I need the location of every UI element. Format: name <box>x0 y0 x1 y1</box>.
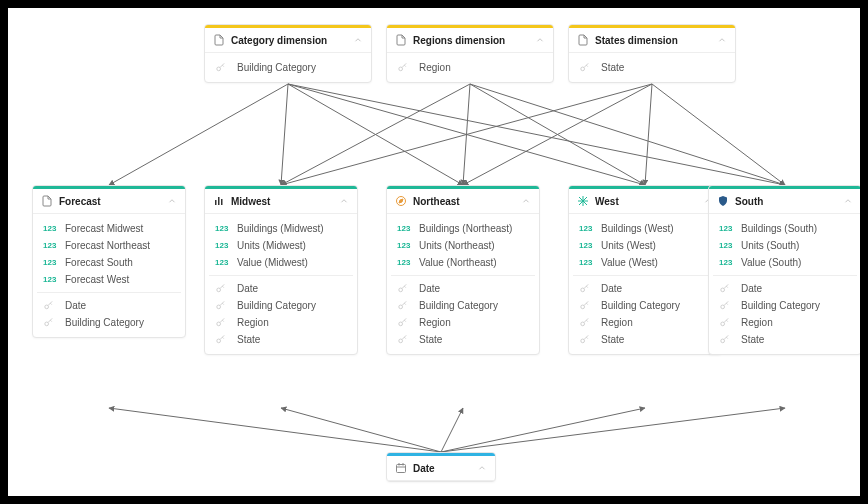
mid-1-field[interactable]: 123Buildings (Midwest) <box>209 220 353 237</box>
svg-point-42 <box>217 322 221 326</box>
mid-4-header[interactable]: South <box>709 189 861 214</box>
svg-line-10 <box>463 84 652 185</box>
svg-line-7 <box>470 84 645 185</box>
top-1-header[interactable]: Regions dimension <box>387 28 553 53</box>
mid-1-field[interactable]: 123Units (Midwest) <box>209 237 353 254</box>
mid-4-field[interactable]: Date <box>713 280 857 297</box>
mid-1-body: 123Buildings (Midwest)123Units (Midwest)… <box>205 214 357 354</box>
mid-2-field[interactable]: 123Units (Northeast) <box>391 237 535 254</box>
mid-2-field[interactable]: Building Category <box>391 297 535 314</box>
number-icon: 123 <box>43 241 59 250</box>
mid-0-field[interactable]: Date <box>37 297 181 314</box>
mid-2-header[interactable]: Northeast <box>387 189 539 214</box>
mid-3-field[interactable]: 123Buildings (West) <box>573 220 717 237</box>
top-2-field[interactable]: State <box>573 59 731 76</box>
mid-3-header[interactable]: West <box>569 189 721 214</box>
svg-point-18 <box>217 67 221 71</box>
mid-4-field[interactable]: State <box>713 331 857 348</box>
mid-4-field[interactable]: 123Value (South) <box>713 254 857 271</box>
mid-1-card[interactable]: Midwest123Buildings (Midwest)123Units (M… <box>204 185 358 355</box>
mid-3-field[interactable]: State <box>573 331 717 348</box>
top-0-card[interactable]: Category dimensionBuilding Category <box>204 24 372 83</box>
svg-point-24 <box>581 67 585 71</box>
svg-line-2 <box>288 84 463 185</box>
mid-1-field[interactable]: Building Category <box>209 297 353 314</box>
mid-3-field[interactable]: Date <box>573 280 717 297</box>
card-title: Category dimension <box>231 35 347 46</box>
top-0-body: Building Category <box>205 53 371 82</box>
mid-0-field[interactable]: 123Forecast Northeast <box>37 237 181 254</box>
bottom-header[interactable]: Date <box>387 456 495 481</box>
top-2-header[interactable]: States dimension <box>569 28 735 53</box>
key-icon <box>579 300 595 311</box>
mid-4-field[interactable]: 123Units (South) <box>713 237 857 254</box>
chevron-up-icon[interactable] <box>339 196 349 206</box>
mid-3-field[interactable]: 123Units (West) <box>573 237 717 254</box>
svg-point-53 <box>399 305 403 309</box>
mid-0-field[interactable]: 123Forecast West <box>37 271 181 288</box>
chevron-up-icon[interactable] <box>717 35 727 45</box>
mid-2-field[interactable]: Region <box>391 314 535 331</box>
chevron-up-icon[interactable] <box>521 196 531 206</box>
field-label: State <box>601 334 624 345</box>
top-1-card[interactable]: Regions dimensionRegion <box>386 24 554 83</box>
mid-1-field[interactable]: State <box>209 331 353 348</box>
field-label: Units (West) <box>601 240 656 251</box>
field-label: Value (Northeast) <box>419 257 497 268</box>
mid-2-field[interactable]: 123Buildings (Northeast) <box>391 220 535 237</box>
chevron-up-icon[interactable] <box>167 196 177 206</box>
top-0-header[interactable]: Category dimension <box>205 28 371 53</box>
svg-line-9 <box>281 84 652 185</box>
mid-0-header[interactable]: Forecast <box>33 189 185 214</box>
top-2-card[interactable]: States dimensionState <box>568 24 736 83</box>
mid-0-card[interactable]: Forecast123Forecast Midwest123Forecast N… <box>32 185 186 338</box>
mid-2-body: 123Buildings (Northeast)123Units (Northe… <box>387 214 539 354</box>
mid-1-field[interactable]: Date <box>209 280 353 297</box>
doc-icon <box>577 34 589 46</box>
mid-2-card[interactable]: Northeast123Buildings (Northeast)123Unit… <box>386 185 540 355</box>
mid-3-field[interactable]: 123Value (West) <box>573 254 717 271</box>
mid-1-field[interactable]: Region <box>209 314 353 331</box>
mid-4-field[interactable]: 123Buildings (South) <box>713 220 857 237</box>
field-label: Building Category <box>601 300 680 311</box>
mid-1-header[interactable]: Midwest <box>205 189 357 214</box>
mid-0-body: 123Forecast Midwest123Forecast Northeast… <box>33 214 185 337</box>
mid-4-field[interactable]: Building Category <box>713 297 857 314</box>
mid-4-card[interactable]: South123Buildings (South)123Units (South… <box>708 185 862 355</box>
doc-icon <box>395 34 407 46</box>
mid-0-field[interactable]: 123Forecast Midwest <box>37 220 181 237</box>
number-icon: 123 <box>719 224 735 233</box>
mid-0-field[interactable]: 123Forecast South <box>37 254 181 271</box>
svg-line-44 <box>222 320 223 321</box>
svg-point-56 <box>399 322 403 326</box>
chevron-up-icon[interactable] <box>477 463 487 473</box>
mid-3-field[interactable]: Building Category <box>573 297 717 314</box>
mid-3-field[interactable]: Region <box>573 314 717 331</box>
mid-1-field[interactable]: 123Value (Midwest) <box>209 254 353 271</box>
field-label: Buildings (West) <box>601 223 674 234</box>
svg-line-11 <box>645 84 652 185</box>
mid-2-field[interactable]: State <box>391 331 535 348</box>
mid-2-field[interactable]: 123Value (Northeast) <box>391 254 535 271</box>
chevron-up-icon[interactable] <box>843 196 853 206</box>
svg-point-69 <box>581 305 585 309</box>
svg-line-60 <box>402 335 406 339</box>
top-1-field[interactable]: Region <box>391 59 549 76</box>
mid-3-card[interactable]: West123Buildings (West)123Units (West)12… <box>568 185 722 355</box>
chevron-up-icon[interactable] <box>535 35 545 45</box>
top-0-field[interactable]: Building Category <box>209 59 367 76</box>
bottom-date-card[interactable]: Date <box>386 452 496 482</box>
field-label: Forecast Midwest <box>65 223 143 234</box>
mid-2-field[interactable]: Date <box>391 280 535 297</box>
svg-rect-34 <box>218 197 220 205</box>
key-icon <box>719 300 735 311</box>
svg-point-59 <box>399 339 403 343</box>
svg-point-81 <box>721 305 725 309</box>
mid-0-field[interactable]: Building Category <box>37 314 181 331</box>
svg-line-58 <box>404 320 405 321</box>
mid-4-field[interactable]: Region <box>713 314 857 331</box>
svg-line-86 <box>726 320 727 321</box>
mid-3-body: 123Buildings (West)123Units (West)123Val… <box>569 214 721 354</box>
svg-line-77 <box>586 337 587 338</box>
chevron-up-icon[interactable] <box>353 35 363 45</box>
